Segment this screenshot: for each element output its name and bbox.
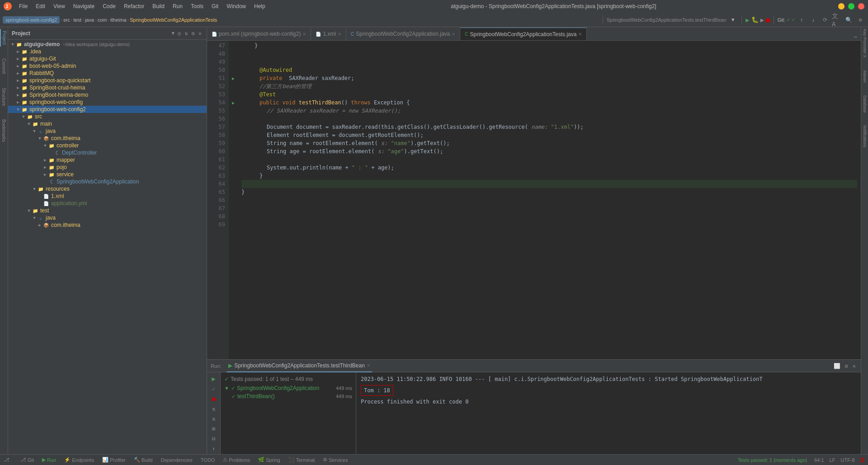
- tree-service[interactable]: ▶ 📁 service: [8, 171, 207, 178]
- menu-navigate[interactable]: Navigate: [70, 2, 98, 10]
- tree-com-itheima[interactable]: ▼ 📦 com.itheima: [8, 135, 207, 142]
- tab-1xml[interactable]: 📄 1.xml ✕: [311, 28, 346, 40]
- search-everywhere[interactable]: 🔍: [844, 15, 854, 25]
- tree-appyml[interactable]: ▶ 📄 application.yml: [8, 200, 207, 207]
- run-config-dropdown[interactable]: ▼: [728, 15, 738, 25]
- menu-edit[interactable]: Edit: [32, 2, 49, 10]
- status-tab-problems[interactable]: ⚠ Problems: [219, 456, 253, 464]
- tree-rabbitmq[interactable]: ▶ 📁 RabbitMQ: [8, 70, 207, 77]
- tab-pom-close[interactable]: ✕: [302, 32, 306, 37]
- menu-tools[interactable]: Tools: [187, 2, 207, 10]
- stop-button[interactable]: ■: [766, 16, 769, 23]
- tab-recent-files[interactable]: ⋯: [854, 34, 857, 40]
- status-tab-spring[interactable]: 🌿 Spring: [255, 456, 284, 464]
- rerun-button[interactable]: ▶: [211, 374, 216, 383]
- close-run-panel[interactable]: ✕: [851, 362, 857, 370]
- git-push[interactable]: ↑: [797, 15, 807, 25]
- prev-failure[interactable]: ↑: [211, 445, 216, 453]
- tree-heima-demo[interactable]: ▶ 📁 SpringBoot-heima-demo: [8, 91, 207, 99]
- status-tab-git[interactable]: ⎇ Git: [17, 456, 38, 464]
- tree-test-com[interactable]: ▶ 📦 com.itheima: [8, 221, 207, 229]
- run-with-coverage[interactable]: ▶: [760, 16, 764, 23]
- close-button[interactable]: [858, 3, 864, 9]
- tree-controller[interactable]: ▼ 📁 controller: [8, 142, 207, 149]
- sort-alpha-icon[interactable]: ⇅: [211, 415, 216, 423]
- menu-git[interactable]: Git: [208, 2, 222, 10]
- minimize-button[interactable]: [838, 3, 844, 9]
- code-content[interactable]: } @Autowired private SAXReader saxReader…: [238, 41, 861, 359]
- menu-window[interactable]: Window: [223, 2, 250, 10]
- run-tab-active[interactable]: ▶ SpringbootWebConfig2ApplicationTests.t…: [226, 360, 372, 372]
- settings-run-panel[interactable]: ⚙: [844, 362, 849, 370]
- tree-src[interactable]: ▼ 📁 src: [8, 113, 207, 120]
- panel-settings-icon[interactable]: ⚙: [190, 30, 196, 37]
- sidebar-tab-bookmarks[interactable]: Bookmarks: [0, 117, 7, 144]
- tab-springbootapp-close[interactable]: ✕: [452, 32, 455, 37]
- tree-web-config[interactable]: ▶ 📁 springboot-web-config: [8, 99, 207, 106]
- tree-resources[interactable]: ▼ 📁 resources: [8, 185, 207, 193]
- menu-run[interactable]: Run: [169, 2, 186, 10]
- menu-file[interactable]: File: [15, 2, 31, 10]
- tree-web-config2[interactable]: ▼ 📁 springboot-web-config2: [8, 106, 207, 113]
- menu-code[interactable]: Code: [99, 2, 119, 10]
- tree-deptcontroller[interactable]: ▶ C DeptController: [8, 149, 207, 156]
- sort-run-icon[interactable]: ⇅: [211, 405, 216, 413]
- menu-view[interactable]: View: [50, 2, 69, 10]
- right-tab-notifications[interactable]: Notifications: [861, 123, 868, 149]
- tab-springbootapp[interactable]: C SpringbootWebConfig2Application.java ✕: [346, 28, 460, 40]
- run-button[interactable]: ▶: [745, 16, 749, 23]
- tree-pojo[interactable]: ▶ 📁 pojo: [8, 164, 207, 171]
- debug-button[interactable]: 🐛: [751, 16, 759, 23]
- status-tab-build[interactable]: 🔨 Build: [130, 456, 156, 464]
- menu-build[interactable]: Build: [149, 2, 168, 10]
- tree-1xml[interactable]: ▶ 📄 1.xml: [8, 193, 207, 200]
- tree-atguigu-git[interactable]: ▶ 📁 atguigu-Git: [8, 55, 207, 62]
- tab-springboottests-close[interactable]: ✕: [578, 32, 582, 37]
- tree-mapper[interactable]: ▶ 📁 mapper: [8, 156, 207, 164]
- tab-1xml-close[interactable]: ✕: [338, 32, 341, 37]
- tree-test-java[interactable]: ▼ ☕ java: [8, 214, 207, 221]
- tree-root[interactable]: ▼ 📁 atguigu-demo ~/idea workspace (atgui…: [8, 41, 207, 48]
- tree-test[interactable]: ▼ 📁 test: [8, 207, 207, 214]
- tree-main[interactable]: ▼ 📁 main: [8, 120, 207, 127]
- panel-expand-icon[interactable]: ⇅: [183, 30, 189, 37]
- git-pull[interactable]: ↓: [808, 15, 818, 25]
- git-history[interactable]: ⟳: [820, 15, 830, 25]
- sidebar-tab-project[interactable]: Project: [0, 29, 8, 47]
- maximize-button[interactable]: [848, 3, 854, 9]
- project-dropdown-icon[interactable]: ▼: [171, 30, 175, 36]
- right-tab-maven[interactable]: Maven: [861, 69, 868, 85]
- status-tab-profiler[interactable]: 📊 Profiler: [99, 456, 129, 464]
- tree-aop[interactable]: ▶ 📁 springboot-aop-quickstart: [8, 77, 207, 84]
- status-tab-run[interactable]: ▶ Run: [38, 456, 60, 464]
- tree-crud[interactable]: ▶ 📁 SpringBoot-crud-heima: [8, 84, 207, 91]
- settings-icon[interactable]: ⚙: [855, 15, 865, 25]
- panel-close-icon[interactable]: ✕: [197, 30, 203, 37]
- tree-java[interactable]: ▼ ☕ java: [8, 127, 207, 135]
- stop-run-icon[interactable]: ■: [211, 395, 216, 403]
- tree-boot-web[interactable]: ▶ 📁 boot-web-05-admin: [8, 62, 207, 70]
- expand-run-tree[interactable]: ⊞: [211, 425, 216, 433]
- tab-pom[interactable]: 📄 pom.xml (springboot-web-config2) ✕: [207, 28, 311, 40]
- menu-help[interactable]: Help: [250, 2, 269, 10]
- right-tab-key-promoter[interactable]: Key Promoter X: [861, 27, 868, 60]
- status-tab-services[interactable]: ⚙ Services: [319, 456, 351, 464]
- status-tab-dependencies[interactable]: Dependencies: [157, 456, 196, 464]
- collapse-run-tree[interactable]: ⊟: [211, 435, 216, 443]
- translate-icon[interactable]: 文A: [832, 15, 842, 25]
- run-tree-app[interactable]: ▼ ✓ SpringbootWebConfig2Application 449 …: [221, 384, 356, 392]
- tab-springboottests[interactable]: C SpringbootWebConfig2ApplicationTests.j…: [460, 28, 587, 40]
- status-tab-endpoints[interactable]: ⚡ Endpoints: [61, 456, 98, 464]
- run-tab-close[interactable]: ✕: [367, 363, 370, 368]
- sidebar-tab-structure[interactable]: Structure: [0, 86, 7, 108]
- menu-refactor[interactable]: Refactor: [120, 2, 148, 10]
- status-tab-terminal[interactable]: ⬛ Terminal: [285, 456, 319, 464]
- right-tab-database[interactable]: Database: [861, 94, 868, 115]
- panel-locate-icon[interactable]: ◎: [176, 30, 182, 37]
- tree-idea[interactable]: ▶ 📁 .idea: [8, 48, 207, 55]
- run-tree-test-method[interactable]: ✓ testThirdBean() 449 ms: [221, 392, 356, 400]
- sidebar-tab-commit[interactable]: Commit: [0, 56, 7, 75]
- tree-app-class[interactable]: ▶ C SpringbootWebConfig2Application: [8, 178, 207, 185]
- expand-run-panel[interactable]: ⬜: [832, 362, 842, 370]
- status-tab-todo[interactable]: TODO: [197, 456, 219, 464]
